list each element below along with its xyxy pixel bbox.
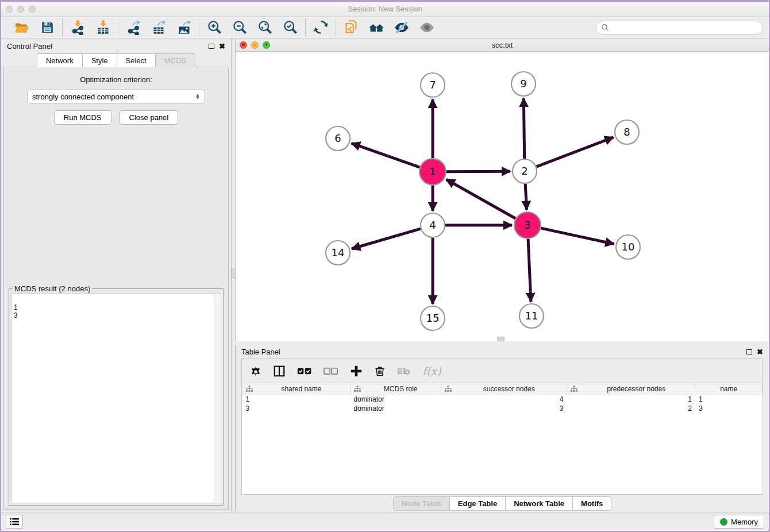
- memory-button[interactable]: Memory: [714, 515, 764, 529]
- function-builder-icon: f(x): [422, 365, 441, 377]
- criterion-dropdown[interactable]: strongly connected component ▲▼: [27, 90, 205, 103]
- table-cell[interactable]: 4: [441, 395, 567, 404]
- open-session-icon[interactable]: [14, 20, 30, 36]
- tab-select[interactable]: Select: [117, 53, 156, 67]
- add-column-icon[interactable]: [350, 365, 363, 377]
- graph-node-7[interactable]: 7: [421, 73, 445, 97]
- export-network-icon[interactable]: [125, 20, 141, 36]
- graph-edge-1-2[interactable]: [446, 171, 510, 172]
- search-field[interactable]: [595, 21, 763, 34]
- mcds-tab-content: Optimization criterion: strongly connect…: [3, 67, 229, 510]
- table-cell[interactable]: 1: [567, 395, 695, 404]
- graph-node-15[interactable]: 15: [421, 306, 445, 330]
- column-header-successor-nodes[interactable]: successor nodes: [441, 383, 567, 395]
- run-mcds-button[interactable]: Run MCDS: [54, 110, 111, 125]
- export-table-icon[interactable]: [151, 20, 167, 36]
- svg-text:6: 6: [334, 132, 341, 144]
- float-panel-icon[interactable]: [209, 44, 214, 49]
- show-all-icon[interactable]: [419, 20, 435, 36]
- save-session-icon[interactable]: [39, 20, 55, 36]
- first-neighbors-icon[interactable]: [368, 20, 384, 36]
- table-empty-area: [242, 413, 763, 494]
- delete-column-icon[interactable]: [374, 365, 386, 377]
- tab-mcds[interactable]: MCDS: [156, 53, 195, 67]
- column-header-MCDS-role[interactable]: MCDS role: [350, 383, 441, 395]
- svg-text:15: 15: [426, 312, 440, 324]
- graph-node-14[interactable]: 14: [326, 241, 350, 265]
- table-cell[interactable]: 3: [695, 404, 763, 413]
- table-row[interactable]: 3dominator323: [242, 404, 763, 413]
- network-canvas-svg[interactable]: 7968124314101511: [236, 52, 770, 341]
- export-image-icon[interactable]: [176, 20, 192, 36]
- tab-edge-table[interactable]: Edge Table: [450, 496, 506, 511]
- graph-node-6[interactable]: 6: [326, 126, 350, 151]
- table-cell[interactable]: 2: [567, 404, 695, 413]
- zoom-fit-icon[interactable]: [257, 20, 273, 36]
- column-header-name[interactable]: name: [695, 383, 763, 395]
- graph-node-4[interactable]: 4: [421, 213, 445, 237]
- graph-node-11[interactable]: 11: [519, 304, 544, 328]
- table-cell[interactable]: dominator: [350, 404, 441, 413]
- table-cell[interactable]: dominator: [350, 395, 441, 404]
- zoom-in-icon[interactable]: [206, 20, 222, 36]
- column-header-shared-name[interactable]: shared name: [242, 383, 351, 395]
- graph-edge-2-8[interactable]: [537, 137, 614, 167]
- graph-node-8[interactable]: 8: [615, 120, 639, 144]
- zoom-selected-icon[interactable]: [282, 20, 298, 36]
- vertical-splitter[interactable]: [231, 38, 235, 512]
- column-label: predecessor nodes: [581, 385, 692, 393]
- import-table-icon[interactable]: [95, 20, 111, 36]
- result-scrollbar[interactable]: [214, 295, 220, 502]
- split-columns-icon[interactable]: [273, 365, 286, 377]
- network-canvas[interactable]: 7968124314101511: [236, 52, 769, 341]
- tab-node-table[interactable]: Node Table: [393, 496, 450, 511]
- import-network-icon[interactable]: [70, 20, 86, 36]
- table-cell[interactable]: 3: [242, 404, 351, 413]
- search-input[interactable]: [612, 24, 757, 32]
- table-cell[interactable]: 3: [441, 404, 567, 413]
- graph-edge-3-11[interactable]: [528, 239, 531, 302]
- table-row[interactable]: 1dominator411: [242, 395, 763, 404]
- close-panel-icon[interactable]: ✖: [219, 43, 225, 50]
- close-table-panel-icon[interactable]: ✖: [757, 348, 763, 356]
- mcds-result-textarea[interactable]: 1 3: [11, 294, 221, 503]
- svg-text:1: 1: [429, 165, 436, 178]
- table-cell[interactable]: 1: [695, 395, 763, 404]
- graph-node-10[interactable]: 10: [616, 235, 640, 259]
- table-panel: Table Panel ✖: [235, 345, 769, 512]
- graph-node-3[interactable]: 3: [514, 212, 541, 238]
- graph-edge-3-1[interactable]: [446, 179, 516, 218]
- splitter-handle[interactable]: [232, 268, 236, 279]
- graph-edge-2-3[interactable]: [525, 184, 526, 210]
- graph-edge-3-10[interactable]: [541, 228, 614, 244]
- deselect-checkboxes-icon[interactable]: [324, 367, 338, 376]
- table-settings-icon[interactable]: [250, 365, 261, 377]
- tab-motifs[interactable]: Motifs: [573, 496, 611, 511]
- select-all-checkboxes-icon[interactable]: [297, 367, 312, 376]
- memory-status-dot: [720, 518, 727, 526]
- hide-selected-icon[interactable]: [394, 20, 410, 36]
- task-history-button[interactable]: [6, 515, 23, 529]
- graph-edge-4-14[interactable]: [352, 229, 421, 249]
- node-table: shared nameMCDS rolesuccessor nodesprede…: [242, 383, 763, 413]
- refresh-layout-icon[interactable]: [313, 20, 329, 36]
- column-header-predecessor-nodes[interactable]: predecessor nodes: [567, 383, 695, 395]
- tab-style[interactable]: Style: [83, 53, 117, 67]
- control-panel-title: Control Panel: [7, 42, 52, 51]
- zoom-out-icon[interactable]: [232, 20, 248, 36]
- svg-text:14: 14: [332, 246, 345, 259]
- duplicate-network-icon[interactable]: [343, 20, 359, 36]
- tab-network[interactable]: Network: [37, 53, 83, 67]
- table-cell[interactable]: 1: [242, 395, 351, 404]
- graph-edge-2-9[interactable]: [523, 98, 524, 159]
- graph-node-1[interactable]: 1: [419, 159, 446, 185]
- graph-node-9[interactable]: 9: [511, 72, 536, 96]
- graph-node-2[interactable]: 2: [513, 159, 537, 183]
- tab-network-table[interactable]: Network Table: [506, 496, 573, 511]
- graph-edge-1-6[interactable]: [352, 143, 420, 167]
- network-window-titlebar[interactable]: ✕ − + scc.txt: [236, 38, 769, 52]
- canvas-splitter-handle[interactable]: [497, 337, 505, 341]
- titlebar: Session: New Session: [1, 2, 769, 17]
- float-table-panel-icon[interactable]: [746, 349, 752, 354]
- close-panel-button[interactable]: Close panel: [120, 110, 179, 125]
